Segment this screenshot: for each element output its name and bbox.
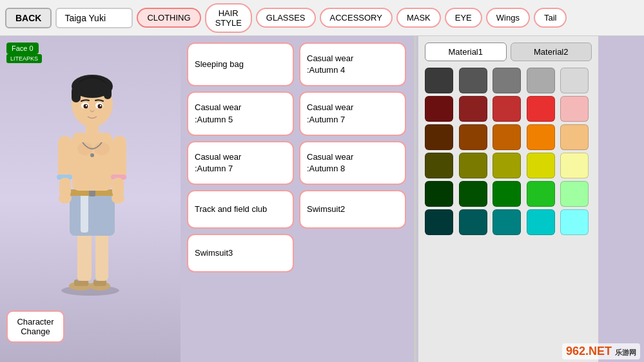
tab-wings[interactable]: Wings [486,8,530,28]
color-swatch-17[interactable] [493,153,521,178]
clothing-swimsuit2[interactable]: Swimsuit2 [299,190,406,229]
color-swatch-15[interactable] [425,153,453,178]
main-area: Face 0 LITEAPKS [0,36,644,362]
color-swatch-22[interactable] [493,181,521,207]
svg-point-24 [112,193,124,204]
svg-point-32 [84,104,88,109]
face-badge: Face 0 [6,43,39,54]
color-swatch-26[interactable] [459,209,487,235]
svg-rect-21 [112,136,126,181]
svg-rect-17 [58,136,72,181]
clothing-sleeping-bag[interactable]: Sleeping bag [187,43,294,86]
color-swatch-18[interactable] [527,153,555,178]
tab-accessory[interactable]: ACCESSORY [320,8,393,28]
color-swatch-grid-container [425,68,592,235]
color-swatch-4[interactable] [560,68,589,93]
color-swatch-14[interactable] [560,124,589,150]
color-swatch-2[interactable] [493,68,521,93]
color-swatch-19[interactable] [560,153,589,178]
clothing-casual-autumn-5[interactable]: Casual wear:Autumn 5 [187,91,294,135]
svg-point-20 [59,193,72,204]
tab-hairstyle[interactable]: HAIRSTYLE [205,3,252,33]
material1-tab[interactable]: Material1 [425,43,507,61]
color-swatch-29[interactable] [560,209,589,235]
panel-divider [414,36,416,362]
color-panel: Material1 Material2 [418,36,598,362]
color-swatch-11[interactable] [459,124,487,150]
back-button[interactable]: BACK [5,8,52,28]
tab-glasses[interactable]: GLASSES [256,8,316,28]
color-swatch-25[interactable] [425,209,453,235]
svg-point-15 [94,142,110,155]
top-bar: BACK Taiga Yuki CLOTHING HAIRSTYLE GLASS… [0,0,644,36]
clothing-casual-autumn-8[interactable]: Casual wear:Autumn 8 [299,141,406,185]
svg-rect-13 [72,133,112,191]
color-swatch-16[interactable] [459,153,487,178]
color-swatch-6[interactable] [459,96,487,122]
svg-point-16 [90,153,94,157]
tab-tail[interactable]: Tail [534,8,567,28]
clothing-casual-autumn-7a[interactable]: Casual wear:Autumn 7 [299,91,406,135]
color-swatch-21[interactable] [459,181,487,207]
svg-rect-28 [72,86,81,102]
clothing-track-field[interactable]: Track and field club [187,190,294,229]
svg-rect-7 [77,229,92,281]
tab-eye[interactable]: EYE [445,8,482,28]
color-swatch-3[interactable] [527,68,555,93]
svg-rect-8 [95,229,108,281]
clothing-grid: Sleeping bag Casual wear:Autumn 4 Casual… [187,43,406,272]
color-swatch-5[interactable] [425,96,453,122]
liteapks-badge: LITEAPKS [6,54,42,63]
color-swatch-7[interactable] [493,96,521,122]
color-swatch-8[interactable] [527,96,555,122]
color-swatch-28[interactable] [527,209,555,235]
color-swatch-grid [425,68,592,235]
tab-clothing[interactable]: CLOTHING [137,8,200,28]
material2-tab[interactable]: Material2 [511,43,592,61]
svg-rect-9 [70,191,115,236]
svg-point-33 [98,104,102,109]
color-swatch-13[interactable] [527,124,555,150]
color-swatch-0[interactable] [425,68,453,93]
clothing-casual-autumn-4[interactable]: Casual wear:Autumn 4 [299,43,406,86]
clothing-panel: Sleeping bag Casual wear:Autumn 4 Casual… [181,36,413,362]
color-swatch-1[interactable] [459,68,487,93]
color-swatch-10[interactable] [425,124,453,150]
character-figure [39,49,142,300]
color-swatch-9[interactable] [560,96,589,122]
color-swatch-20[interactable] [425,181,453,207]
clothing-casual-autumn-7b[interactable]: Casual wear:Autumn 7 [187,141,294,185]
color-swatch-12[interactable] [493,124,521,150]
tab-mask[interactable]: MASK [396,8,441,28]
character-change-button[interactable]: Character Change [6,310,64,343]
color-swatch-24[interactable] [560,181,589,207]
clothing-swimsuit3[interactable]: Swimsuit3 [187,234,294,272]
character-name: Taiga Yuki [55,8,133,28]
color-swatch-23[interactable] [527,181,555,207]
svg-rect-10 [81,194,88,233]
character-panel: Face 0 LITEAPKS [0,36,181,362]
material-tabs: Material1 Material2 [425,43,592,61]
svg-rect-29 [104,86,112,99]
watermark: 962.NET 乐游网 [562,343,640,359]
color-swatch-27[interactable] [493,209,521,235]
svg-point-35 [100,105,101,106]
svg-point-34 [86,105,87,106]
